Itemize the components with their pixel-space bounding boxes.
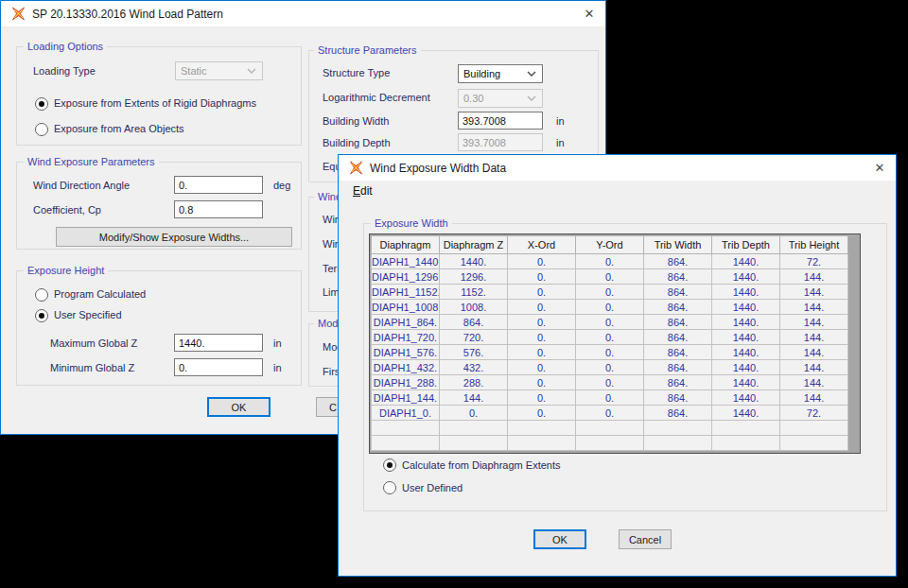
- table-cell[interactable]: 0.: [576, 375, 644, 390]
- table-cell[interactable]: 1440.: [712, 269, 780, 285]
- table-cell[interactable]: 0.: [508, 360, 576, 375]
- radio-user-defined[interactable]: [383, 481, 396, 494]
- table-cell[interactable]: 144.: [780, 269, 848, 285]
- table-cell[interactable]: 1296.: [440, 269, 508, 285]
- table-cell[interactable]: 720.: [440, 330, 508, 345]
- radio-exposure-rigid-label[interactable]: Exposure from Extents of Rigid Diaphragm…: [54, 96, 256, 110]
- table-cell[interactable]: 0.: [576, 269, 644, 285]
- table-cell[interactable]: 0.: [576, 300, 644, 315]
- table-cell[interactable]: 864.: [644, 254, 712, 269]
- table-cell[interactable]: 864.: [644, 315, 712, 330]
- radio-program-calculated-label[interactable]: Program Calculated: [54, 287, 146, 301]
- table-cell[interactable]: 0.: [576, 315, 644, 330]
- structure-type-select[interactable]: Building: [458, 64, 543, 83]
- min-global-z-input[interactable]: [174, 358, 263, 376]
- table-cell[interactable]: DIAPH1_1296.: [372, 269, 440, 285]
- table-cell[interactable]: 288.: [440, 375, 508, 390]
- radio-exposure-area[interactable]: [35, 123, 48, 136]
- table-cell[interactable]: 0.: [576, 345, 644, 360]
- table-cell[interactable]: [440, 436, 508, 451]
- table-cell[interactable]: 0.: [508, 390, 576, 406]
- menu-edit[interactable]: Edit: [346, 182, 379, 200]
- table-cell[interactable]: 144.: [440, 390, 508, 406]
- close-icon[interactable]: ✕: [573, 1, 605, 26]
- table-cell[interactable]: 0.: [576, 360, 644, 375]
- table-cell[interactable]: [712, 436, 780, 451]
- table-cell[interactable]: 1440.: [712, 285, 780, 300]
- table-cell[interactable]: 1440.: [712, 390, 780, 406]
- table-cell[interactable]: 576.: [440, 345, 508, 360]
- table-cell[interactable]: DIAPH1_288.: [372, 375, 440, 390]
- titlebar[interactable]: SP 20.13330.2016 Wind Load Pattern ✕: [1, 1, 605, 27]
- table-cell[interactable]: [644, 421, 712, 436]
- table-cell[interactable]: [712, 421, 780, 436]
- table-cell[interactable]: DIAPH1_720.: [372, 330, 440, 345]
- max-global-z-input[interactable]: [174, 334, 263, 352]
- table-cell[interactable]: 0.: [508, 254, 576, 269]
- table-cell[interactable]: DIAPH1_576.: [372, 345, 440, 360]
- table-cell[interactable]: 0.: [508, 406, 576, 421]
- radio-user-defined-label[interactable]: User Defined: [402, 481, 463, 494]
- table-cell[interactable]: 144.: [780, 345, 848, 360]
- table-cell[interactable]: 1440.: [712, 315, 780, 330]
- table-cell[interactable]: 144.: [780, 315, 848, 330]
- table-cell[interactable]: 0.: [508, 345, 576, 360]
- table-cell[interactable]: 864.: [644, 345, 712, 360]
- modify-exposure-widths-button[interactable]: Modify/Show Exposure Widths...: [56, 227, 292, 247]
- table-cell[interactable]: [780, 421, 848, 436]
- table-cell[interactable]: 144.: [780, 390, 848, 406]
- table-cell[interactable]: 1440.: [712, 375, 780, 390]
- table-cell[interactable]: [440, 421, 508, 436]
- table-cell[interactable]: 1440.: [712, 254, 780, 269]
- table-cell[interactable]: 1008.: [440, 300, 508, 315]
- table-cell[interactable]: [508, 421, 576, 436]
- table-cell[interactable]: 864.: [440, 315, 508, 330]
- table-cell[interactable]: 72.: [780, 406, 848, 421]
- table-cell[interactable]: DIAPH1_1008.: [372, 300, 440, 315]
- table-cell[interactable]: DIAPH1_0.: [372, 406, 440, 421]
- table-cell[interactable]: DIAPH1_1440.: [372, 254, 440, 269]
- table-cell[interactable]: 72.: [780, 254, 848, 269]
- table-cell[interactable]: 0.: [508, 330, 576, 345]
- table-cell[interactable]: 144.: [780, 375, 848, 390]
- table-cell[interactable]: [780, 436, 848, 451]
- building-width-input[interactable]: [458, 112, 543, 130]
- table-cell[interactable]: 0.: [576, 254, 644, 269]
- table-cell[interactable]: 0.: [508, 285, 576, 300]
- table-cell[interactable]: 864.: [644, 300, 712, 315]
- table-cell[interactable]: [576, 436, 644, 451]
- ok-button[interactable]: OK: [207, 397, 271, 417]
- ok-button[interactable]: OK: [533, 529, 586, 549]
- table-cell[interactable]: 0.: [508, 269, 576, 285]
- table-cell[interactable]: 1440.: [712, 345, 780, 360]
- radio-program-calculated[interactable]: [35, 288, 48, 302]
- radio-user-specified[interactable]: [35, 309, 48, 322]
- table-cell[interactable]: 1440.: [712, 360, 780, 375]
- table-cell[interactable]: 864.: [644, 406, 712, 421]
- table-cell[interactable]: 864.: [644, 390, 712, 406]
- radio-calculate-from-extents[interactable]: [383, 458, 396, 472]
- radio-user-specified-label[interactable]: User Specified: [54, 308, 122, 321]
- table-cell[interactable]: 0.: [440, 406, 508, 421]
- table-cell[interactable]: 1440.: [440, 254, 508, 269]
- table-cell[interactable]: 864.: [644, 285, 712, 300]
- table-cell[interactable]: 1440.: [712, 330, 780, 345]
- table-cell[interactable]: [644, 436, 712, 451]
- table-cell[interactable]: 0.: [508, 375, 576, 390]
- table-cell[interactable]: 144.: [780, 360, 848, 375]
- cancel-button[interactable]: Cancel: [619, 529, 672, 549]
- table-cell[interactable]: [372, 436, 440, 451]
- table-cell[interactable]: 864.: [644, 330, 712, 345]
- close-icon[interactable]: ✕: [864, 155, 896, 181]
- table-cell[interactable]: 144.: [780, 300, 848, 315]
- table-cell[interactable]: [576, 421, 644, 436]
- wind-direction-input[interactable]: [174, 176, 263, 194]
- table-cell[interactable]: 0.: [508, 315, 576, 330]
- table-cell[interactable]: 0.: [576, 390, 644, 406]
- titlebar[interactable]: Wind Exposure Width Data ✕: [339, 155, 896, 182]
- table-cell[interactable]: DIAPH1_1152.: [372, 285, 440, 300]
- table-cell[interactable]: DIAPH1_432.: [372, 360, 440, 375]
- table-cell[interactable]: 864.: [644, 360, 712, 375]
- table-cell[interactable]: 0.: [576, 330, 644, 345]
- table-cell[interactable]: 144.: [780, 330, 848, 345]
